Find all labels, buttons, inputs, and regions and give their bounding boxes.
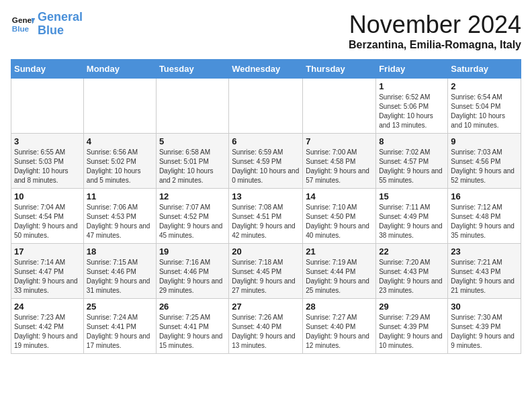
calendar-cell (11, 79, 84, 134)
calendar-cell: 14Sunrise: 7:10 AM Sunset: 4:50 PM Dayli… (303, 189, 376, 244)
day-number: 26 (159, 302, 226, 312)
day-number: 2 (451, 81, 518, 91)
week-row-1: 1Sunrise: 6:52 AM Sunset: 5:06 PM Daylig… (11, 79, 521, 134)
calendar-cell (83, 79, 156, 134)
day-info: Sunrise: 6:56 AM Sunset: 5:02 PM Dayligh… (87, 148, 153, 185)
day-number: 18 (87, 246, 153, 257)
calendar-cell: 26Sunrise: 7:25 AM Sunset: 4:41 PM Dayli… (156, 299, 228, 354)
day-info: Sunrise: 7:15 AM Sunset: 4:46 PM Dayligh… (87, 258, 153, 295)
day-number: 19 (159, 246, 226, 257)
weekday-header-row: SundayMondayTuesdayWednesdayThursdayFrid… (11, 60, 521, 79)
day-number: 12 (159, 191, 226, 201)
week-row-5: 24Sunrise: 7:23 AM Sunset: 4:42 PM Dayli… (11, 299, 521, 354)
calendar-cell: 21Sunrise: 7:19 AM Sunset: 4:44 PM Dayli… (303, 244, 376, 299)
weekday-header-tuesday: Tuesday (156, 60, 228, 79)
week-row-2: 3Sunrise: 6:55 AM Sunset: 5:03 PM Daylig… (11, 134, 521, 189)
logo: General Blue General Blue (11, 11, 83, 38)
week-row-3: 10Sunrise: 7:04 AM Sunset: 4:54 PM Dayli… (11, 189, 521, 244)
day-info: Sunrise: 7:00 AM Sunset: 4:58 PM Dayligh… (306, 148, 373, 185)
svg-text:General: General (12, 15, 35, 24)
day-number: 22 (379, 246, 445, 257)
day-info: Sunrise: 7:27 AM Sunset: 4:40 PM Dayligh… (306, 313, 373, 351)
day-number: 9 (451, 136, 518, 146)
day-number: 10 (14, 191, 81, 201)
day-number: 11 (87, 191, 153, 201)
calendar-cell: 29Sunrise: 7:29 AM Sunset: 4:39 PM Dayli… (376, 299, 448, 354)
calendar-cell: 2Sunrise: 6:54 AM Sunset: 5:04 PM Daylig… (448, 79, 521, 134)
day-info: Sunrise: 7:02 AM Sunset: 4:57 PM Dayligh… (379, 148, 445, 185)
day-number: 23 (451, 246, 518, 257)
calendar-cell: 9Sunrise: 7:03 AM Sunset: 4:56 PM Daylig… (448, 134, 521, 189)
day-info: Sunrise: 6:59 AM Sunset: 4:59 PM Dayligh… (232, 148, 300, 185)
calendar-cell (156, 79, 228, 134)
calendar-cell: 15Sunrise: 7:11 AM Sunset: 4:49 PM Dayli… (376, 189, 448, 244)
calendar-cell (229, 79, 303, 134)
logo-blue: Blue (38, 24, 64, 37)
page: General Blue General Blue November 2024 … (0, 0, 532, 365)
day-info: Sunrise: 7:26 AM Sunset: 4:40 PM Dayligh… (232, 313, 300, 351)
calendar-cell: 22Sunrise: 7:20 AM Sunset: 4:43 PM Dayli… (376, 244, 448, 299)
day-number: 7 (306, 136, 373, 146)
header: General Blue General Blue November 2024 … (11, 11, 521, 51)
calendar-cell: 13Sunrise: 7:08 AM Sunset: 4:51 PM Dayli… (229, 189, 303, 244)
logo-icon: General Blue (11, 12, 35, 36)
day-info: Sunrise: 7:30 AM Sunset: 4:39 PM Dayligh… (451, 313, 518, 351)
calendar-cell: 27Sunrise: 7:26 AM Sunset: 4:40 PM Dayli… (229, 299, 303, 354)
day-info: Sunrise: 7:25 AM Sunset: 4:41 PM Dayligh… (159, 313, 226, 351)
day-info: Sunrise: 7:10 AM Sunset: 4:50 PM Dayligh… (306, 203, 373, 240)
logo-general: General (38, 10, 83, 24)
day-info: Sunrise: 6:52 AM Sunset: 5:06 PM Dayligh… (379, 93, 445, 130)
calendar-cell: 20Sunrise: 7:18 AM Sunset: 4:45 PM Dayli… (229, 244, 303, 299)
day-number: 3 (14, 136, 81, 146)
calendar-cell (303, 79, 376, 134)
calendar-cell: 10Sunrise: 7:04 AM Sunset: 4:54 PM Dayli… (11, 189, 84, 244)
day-info: Sunrise: 7:19 AM Sunset: 4:44 PM Dayligh… (306, 258, 373, 295)
day-info: Sunrise: 7:29 AM Sunset: 4:39 PM Dayligh… (379, 313, 445, 351)
day-info: Sunrise: 7:24 AM Sunset: 4:41 PM Dayligh… (87, 313, 153, 351)
calendar-cell: 23Sunrise: 7:21 AM Sunset: 4:43 PM Dayli… (448, 244, 521, 299)
day-number: 25 (87, 302, 153, 312)
day-number: 5 (159, 136, 226, 146)
day-number: 4 (87, 136, 153, 146)
weekday-header-sunday: Sunday (11, 60, 84, 79)
weekday-header-wednesday: Wednesday (229, 60, 303, 79)
calendar-cell: 3Sunrise: 6:55 AM Sunset: 5:03 PM Daylig… (11, 134, 84, 189)
day-number: 15 (379, 191, 445, 201)
calendar-cell: 7Sunrise: 7:00 AM Sunset: 4:58 PM Daylig… (303, 134, 376, 189)
day-info: Sunrise: 7:06 AM Sunset: 4:53 PM Dayligh… (87, 203, 153, 240)
calendar-cell: 25Sunrise: 7:24 AM Sunset: 4:41 PM Dayli… (83, 299, 156, 354)
calendar-cell: 8Sunrise: 7:02 AM Sunset: 4:57 PM Daylig… (376, 134, 448, 189)
calendar-cell: 28Sunrise: 7:27 AM Sunset: 4:40 PM Dayli… (303, 299, 376, 354)
day-info: Sunrise: 6:54 AM Sunset: 5:04 PM Dayligh… (451, 93, 518, 130)
calendar-cell: 1Sunrise: 6:52 AM Sunset: 5:06 PM Daylig… (376, 79, 448, 134)
weekday-header-thursday: Thursday (303, 60, 376, 79)
day-info: Sunrise: 7:07 AM Sunset: 4:52 PM Dayligh… (159, 203, 226, 240)
day-number: 20 (232, 246, 300, 257)
day-number: 13 (232, 191, 300, 201)
day-info: Sunrise: 7:03 AM Sunset: 4:56 PM Dayligh… (451, 148, 518, 185)
day-number: 24 (14, 302, 81, 312)
day-info: Sunrise: 7:14 AM Sunset: 4:47 PM Dayligh… (14, 258, 81, 295)
day-number: 17 (14, 246, 81, 257)
day-info: Sunrise: 7:18 AM Sunset: 4:45 PM Dayligh… (232, 258, 300, 295)
day-info: Sunrise: 7:16 AM Sunset: 4:46 PM Dayligh… (159, 258, 226, 295)
day-number: 21 (306, 246, 373, 257)
calendar-cell: 18Sunrise: 7:15 AM Sunset: 4:46 PM Dayli… (83, 244, 156, 299)
day-info: Sunrise: 7:08 AM Sunset: 4:51 PM Dayligh… (232, 203, 300, 240)
calendar-cell: 30Sunrise: 7:30 AM Sunset: 4:39 PM Dayli… (448, 299, 521, 354)
day-info: Sunrise: 7:11 AM Sunset: 4:49 PM Dayligh… (379, 203, 445, 240)
day-number: 29 (379, 302, 445, 312)
title-block: November 2024 Berzantina, Emilia-Romagna… (349, 11, 521, 51)
weekday-header-friday: Friday (376, 60, 448, 79)
day-number: 6 (232, 136, 300, 146)
calendar-cell: 19Sunrise: 7:16 AM Sunset: 4:46 PM Dayli… (156, 244, 228, 299)
day-info: Sunrise: 7:04 AM Sunset: 4:54 PM Dayligh… (14, 203, 81, 240)
day-number: 1 (379, 81, 445, 91)
day-number: 27 (232, 302, 300, 312)
calendar-cell: 17Sunrise: 7:14 AM Sunset: 4:47 PM Dayli… (11, 244, 84, 299)
day-info: Sunrise: 7:20 AM Sunset: 4:43 PM Dayligh… (379, 258, 445, 295)
day-number: 30 (451, 302, 518, 312)
day-number: 14 (306, 191, 373, 201)
calendar-table: SundayMondayTuesdayWednesdayThursdayFrid… (11, 59, 521, 354)
calendar-cell: 6Sunrise: 6:59 AM Sunset: 4:59 PM Daylig… (229, 134, 303, 189)
